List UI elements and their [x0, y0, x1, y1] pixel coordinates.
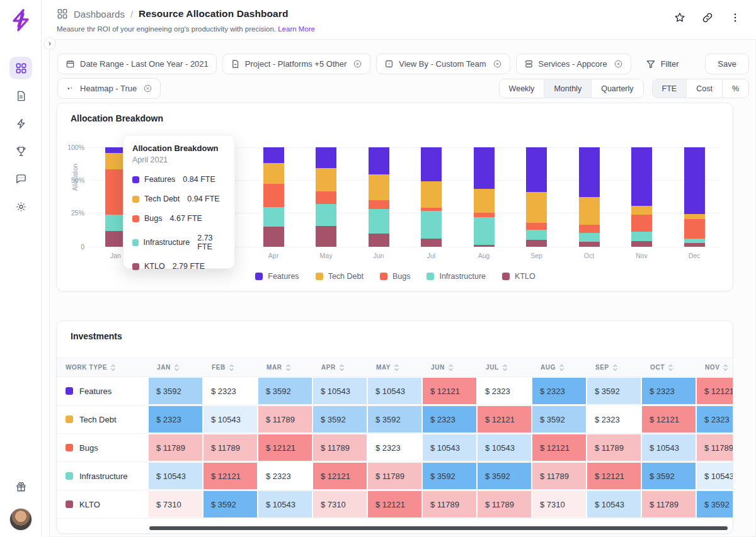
bar-segment[interactable]	[263, 163, 284, 184]
heatmap-cell[interactable]: $ 3592	[532, 405, 587, 433]
toggle-weekly[interactable]: Weekly	[500, 79, 545, 98]
heatmap-cell[interactable]: $ 2323	[587, 405, 641, 433]
sort-icon[interactable]	[668, 364, 673, 371]
heatmap-cell[interactable]: $ 11789	[422, 490, 477, 518]
heatmap-cell[interactable]: $ 2323	[148, 405, 203, 433]
filter-chip-2[interactable]: Project - Platforms +5 Other	[222, 54, 370, 74]
bar-segment[interactable]	[474, 217, 495, 245]
heatmap-chip[interactable]: Heatmap - True	[57, 78, 161, 99]
heatmap-cell[interactable]: $ 10543	[367, 377, 422, 405]
filter-chip-1[interactable]: Date Range - Last One Year - 2021	[57, 54, 217, 74]
sort-icon[interactable]	[559, 364, 564, 371]
bar-segment[interactable]	[369, 174, 389, 200]
bar-segment[interactable]	[316, 168, 336, 191]
heatmap-cell[interactable]: $ 3592	[203, 490, 258, 518]
bar-oct[interactable]	[579, 147, 600, 247]
close-icon[interactable]	[143, 84, 152, 93]
breadcrumb-dashboards[interactable]: Dashboards	[74, 9, 125, 20]
sort-icon[interactable]	[394, 364, 399, 371]
legend-item-infrastructure[interactable]: Infrastructure	[427, 272, 486, 281]
close-icon[interactable]	[493, 59, 502, 69]
bar-segment[interactable]	[684, 219, 705, 239]
heatmap-cell[interactable]: $ 11789	[532, 462, 587, 490]
column-header-jul[interactable]: JUL	[477, 364, 532, 371]
save-button[interactable]: Save	[705, 54, 749, 74]
legend-item-bugs[interactable]: Bugs	[380, 272, 411, 281]
heatmap-cell[interactable]: $ 3592	[367, 405, 422, 433]
sort-icon[interactable]	[612, 364, 618, 371]
sidebar-item-dashboards[interactable]	[9, 57, 32, 79]
bar-segment[interactable]	[421, 239, 442, 247]
heatmap-cell[interactable]: $ 3592	[641, 462, 696, 490]
sort-icon[interactable]	[110, 364, 116, 371]
favorite-star-icon[interactable]	[673, 11, 687, 25]
filter-chip-3[interactable]: View By - Custom Team	[376, 54, 510, 74]
sidebar-item-goals[interactable]	[9, 140, 32, 162]
toggle-fte[interactable]: FTE	[653, 79, 687, 98]
heatmap-cell[interactable]: $ 2323	[422, 405, 477, 433]
heatmap-cell[interactable]: $ 2323	[367, 434, 422, 461]
bar-jun[interactable]	[369, 147, 389, 247]
bar-segment[interactable]	[316, 147, 336, 168]
legend-item-tech-debt[interactable]: Tech Debt	[316, 272, 364, 281]
heatmap-cell[interactable]: $ 11789	[696, 434, 733, 461]
column-header-apr[interactable]: APR	[312, 364, 367, 371]
heatmap-cell[interactable]: $ 12121	[532, 434, 587, 461]
bar-segment[interactable]	[263, 207, 284, 227]
heatmap-cell[interactable]: $ 12121	[422, 377, 477, 405]
heatmap-cell[interactable]: $ 12121	[258, 434, 312, 461]
column-header-sep[interactable]: SEP	[587, 364, 641, 371]
toggle-cost[interactable]: Cost	[687, 79, 723, 98]
heatmap-cell[interactable]: $ 11789	[641, 490, 696, 518]
bar-segment[interactable]	[263, 184, 284, 206]
toggle-monthly[interactable]: Monthly	[544, 79, 592, 98]
bar-segment[interactable]	[369, 234, 389, 247]
bar-apr[interactable]	[263, 147, 284, 247]
bar-dec[interactable]	[684, 147, 705, 247]
copy-link-icon[interactable]	[701, 11, 714, 25]
bar-segment[interactable]	[684, 147, 705, 214]
heatmap-cell[interactable]: $ 2323	[203, 377, 258, 405]
bar-segment[interactable]	[631, 232, 652, 240]
column-header-jun[interactable]: JUN	[422, 364, 477, 371]
bar-segment[interactable]	[369, 209, 389, 234]
column-header-aug[interactable]: AUG	[532, 364, 587, 371]
heatmap-cell[interactable]: $ 3592	[148, 377, 203, 405]
bar-segment[interactable]	[316, 204, 336, 226]
heatmap-cell[interactable]: $ 11789	[312, 434, 367, 461]
heatmap-cell[interactable]: $ 2323	[696, 405, 733, 433]
heatmap-cell[interactable]: $ 12121	[367, 490, 422, 518]
sort-icon[interactable]	[174, 364, 180, 371]
learn-more-link[interactable]: Learn More	[278, 25, 315, 33]
bar-segment[interactable]	[579, 225, 600, 233]
sidebar-item-reports[interactable]	[9, 84, 32, 107]
bar-segment[interactable]	[421, 211, 442, 239]
bar-segment[interactable]	[579, 233, 600, 242]
bar-segment[interactable]	[526, 240, 547, 247]
bar-segment[interactable]	[369, 200, 389, 209]
sidebar-item-settings[interactable]	[9, 195, 32, 218]
sort-icon[interactable]	[723, 364, 728, 371]
column-header-feb[interactable]: FEB	[203, 364, 258, 371]
heatmap-cell[interactable]: $ 3592	[258, 377, 312, 405]
heatmap-cell[interactable]: $ 10543	[422, 434, 477, 461]
bar-segment[interactable]	[579, 242, 600, 247]
gift-icon[interactable]	[9, 475, 32, 498]
column-header-may[interactable]: MAY	[367, 364, 422, 371]
column-header-nov[interactable]: NOV	[696, 364, 733, 371]
bar-segment[interactable]	[579, 147, 600, 197]
horizontal-scrollbar[interactable]	[149, 526, 728, 530]
user-avatar[interactable]	[9, 508, 32, 531]
heatmap-cell[interactable]: $ 3592	[312, 405, 367, 433]
bar-segment[interactable]	[631, 241, 652, 247]
bar-segment[interactable]	[631, 147, 652, 206]
heatmap-cell[interactable]: $ 11789	[587, 434, 641, 461]
sidebar-item-activity[interactable]	[9, 112, 32, 135]
bar-segment[interactable]	[263, 147, 284, 163]
legend-item-ktlo[interactable]: KTLO	[502, 272, 536, 281]
sort-icon[interactable]	[339, 364, 345, 371]
heatmap-cell[interactable]: $ 3592	[422, 462, 477, 490]
heatmap-cell[interactable]: $ 11789	[203, 434, 258, 461]
heatmap-cell[interactable]: $ 11789	[148, 434, 203, 461]
heatmap-cell[interactable]: $ 12121	[641, 405, 696, 433]
